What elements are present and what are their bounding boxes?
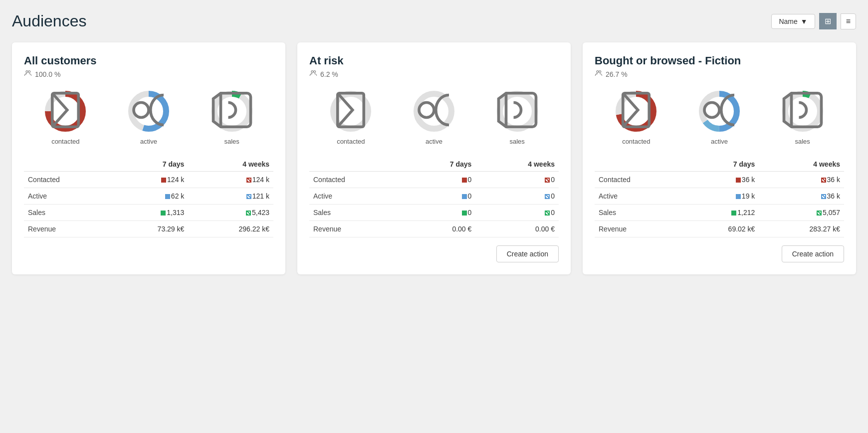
donut-item-sales: sales <box>495 89 540 145</box>
donut-label: active <box>140 138 157 145</box>
row-4weeks: 36 k <box>759 172 844 188</box>
row-7days: 19 k <box>682 188 759 205</box>
row-4weeks: 124 k <box>188 172 273 188</box>
color-indicator <box>545 194 550 199</box>
donut-item-contacted: contacted <box>614 89 658 145</box>
table-header <box>24 157 112 172</box>
row-7days: 1,313 <box>112 205 189 221</box>
donut-row: contactedactivesales <box>24 89 273 145</box>
color-indicator <box>545 178 550 183</box>
donut-row: contactedactivesales <box>595 89 844 145</box>
donut-item-active: active <box>412 89 456 145</box>
sales-icon <box>780 88 825 135</box>
table-row: Contacted36 k36 k <box>595 172 844 188</box>
donut-chart <box>328 89 373 134</box>
header-controls: Name ▼ ⊞ ≡ <box>771 13 856 29</box>
table-row: Revenue73.29 k€296.22 k€ <box>24 221 273 237</box>
contacted-icon <box>614 88 658 135</box>
card-title: Bought or browsed - Fiction <box>595 54 844 67</box>
table-row: Contacted124 k124 k <box>24 172 273 188</box>
donut-label: contacted <box>51 138 79 145</box>
donut-row: contactedactivesales <box>309 89 559 145</box>
stats-table: 7 days4 weeksContacted36 k36 kActive19 k… <box>595 157 844 237</box>
contacted-icon <box>328 88 373 135</box>
row-7days: 0.00 € <box>405 221 475 237</box>
color-indicator <box>246 194 251 199</box>
create-action-button[interactable]: Create action <box>782 245 844 262</box>
svg-point-27 <box>704 103 719 118</box>
contacted-icon <box>43 88 88 135</box>
color-indicator <box>246 211 251 216</box>
sort-arrow-icon: ▼ <box>801 17 808 25</box>
donut-chart <box>412 89 456 134</box>
donut-chart <box>126 89 171 134</box>
donut-chart <box>495 89 540 134</box>
sales-icon <box>495 88 540 135</box>
svg-point-20 <box>599 71 601 73</box>
row-7days: 69.02 k€ <box>682 221 759 237</box>
row-4weeks: 296.22 k€ <box>188 221 273 237</box>
table-header: 7 days <box>682 157 759 172</box>
card-subtitle: 100.0 % <box>24 69 273 79</box>
audience-percentage: 26.7 % <box>606 70 628 78</box>
active-icon <box>126 88 171 135</box>
card-title: All customers <box>24 54 273 67</box>
table-header: 4 weeks <box>475 157 559 172</box>
donut-chart <box>614 89 658 134</box>
table-row: Active62 k121 k <box>24 188 273 205</box>
svg-point-16 <box>419 103 434 118</box>
svg-point-11 <box>311 71 313 73</box>
row-4weeks: 36 k <box>759 188 844 205</box>
stats-table: 7 days4 weeksContacted00Active00Sales00R… <box>309 157 559 237</box>
row-7days: 36 k <box>682 172 759 188</box>
create-action-button[interactable]: Create action <box>496 245 559 262</box>
donut-item-contacted: contacted <box>328 89 373 145</box>
row-7days: 73.29 k€ <box>112 221 189 237</box>
list-view-button[interactable]: ≡ <box>841 13 856 29</box>
row-4weeks: 121 k <box>188 188 273 205</box>
donut-item-sales: sales <box>210 89 254 145</box>
row-label: Revenue <box>309 221 405 237</box>
color-indicator <box>545 211 550 216</box>
table-header: 7 days <box>405 157 475 172</box>
row-4weeks: 5,423 <box>188 205 273 221</box>
sort-button[interactable]: Name ▼ <box>771 14 815 29</box>
stats-table: 7 days4 weeksContacted124 k124 kActive62… <box>24 157 273 237</box>
row-7days: 1,212 <box>682 205 759 221</box>
svg-point-1 <box>28 71 30 73</box>
donut-chart <box>780 89 825 134</box>
row-label: Revenue <box>24 221 112 237</box>
donut-item-sales: sales <box>780 89 825 145</box>
row-label: Active <box>595 188 682 205</box>
people-icon <box>24 69 32 79</box>
donut-label: active <box>426 138 442 145</box>
svg-point-7 <box>134 103 149 118</box>
row-label: Sales <box>24 205 112 221</box>
table-row: Active19 k36 k <box>595 188 844 205</box>
donut-item-active: active <box>697 89 742 145</box>
row-4weeks: 0 <box>475 172 559 188</box>
row-4weeks: 283.27 k€ <box>759 221 844 237</box>
donut-label: contacted <box>622 138 650 145</box>
row-label: Sales <box>595 205 682 221</box>
cards-grid: All customers 100.0 %contactedactivesale… <box>12 42 856 274</box>
grid-view-button[interactable]: ⊞ <box>819 13 837 29</box>
donut-label: contacted <box>337 138 365 145</box>
card-subtitle: 26.7 % <box>595 69 844 79</box>
card-title: At risk <box>309 54 559 67</box>
row-7days: 0 <box>405 205 475 221</box>
donut-label: sales <box>795 138 810 145</box>
color-indicator <box>462 178 467 183</box>
row-7days: 0 <box>405 172 475 188</box>
table-header <box>309 157 405 172</box>
page-header: Audiences Name ▼ ⊞ ≡ <box>12 12 856 30</box>
card-subtitle: 6.2 % <box>309 69 559 79</box>
svg-point-19 <box>597 71 599 73</box>
svg-point-0 <box>26 71 28 73</box>
color-indicator <box>462 211 467 216</box>
row-label: Active <box>309 188 405 205</box>
color-indicator <box>161 211 166 216</box>
donut-label: sales <box>224 138 239 145</box>
audience-percentage: 6.2 % <box>320 70 338 78</box>
donut-label: active <box>711 138 728 145</box>
